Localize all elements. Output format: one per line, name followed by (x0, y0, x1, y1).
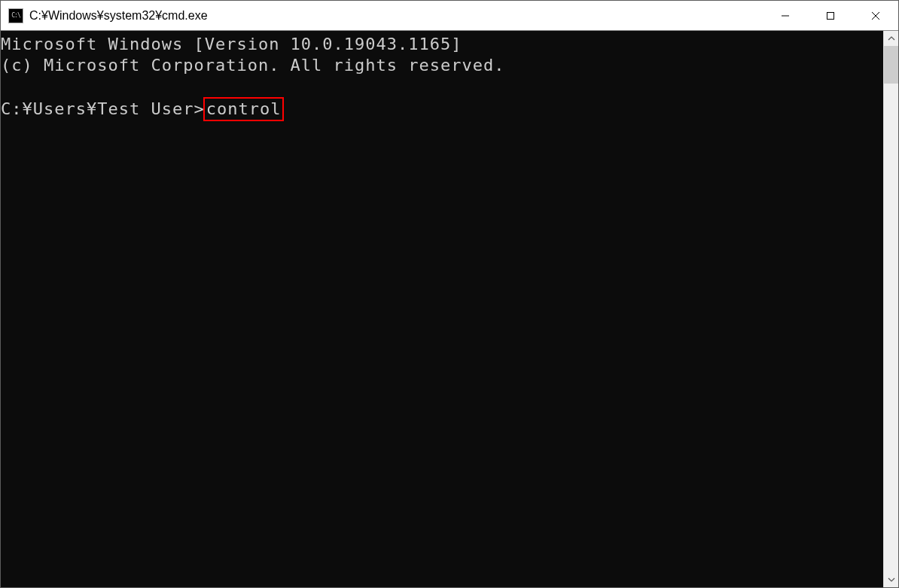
cmd-window: C:\ C:¥Windows¥system32¥cmd.exe Microsof… (0, 0, 899, 588)
svg-rect-1 (827, 12, 834, 19)
typed-command: control (206, 99, 282, 118)
copyright-line: (c) Microsoft Corporation. All rights re… (1, 56, 505, 75)
scroll-track[interactable] (884, 46, 898, 572)
window-controls (763, 1, 898, 30)
maximize-icon (826, 11, 835, 20)
cmd-icon: C:\ (8, 8, 23, 23)
vertical-scrollbar[interactable] (883, 31, 898, 587)
close-icon (871, 11, 880, 20)
close-button[interactable] (853, 1, 898, 30)
window-title: C:¥Windows¥system32¥cmd.exe (29, 9, 763, 23)
minimize-icon (781, 11, 790, 20)
minimize-button[interactable] (763, 1, 808, 30)
chevron-up-icon (888, 35, 895, 42)
command-highlight: control (203, 97, 285, 121)
prompt-text: C:¥Users¥Test User> (1, 99, 205, 118)
scroll-thumb[interactable] (884, 46, 898, 84)
client-area: Microsoft Windows [Version 10.0.19043.11… (1, 31, 898, 587)
maximize-button[interactable] (808, 1, 853, 30)
scroll-up-arrow-icon[interactable] (884, 31, 898, 46)
terminal-output[interactable]: Microsoft Windows [Version 10.0.19043.11… (1, 31, 883, 587)
scroll-down-arrow-icon[interactable] (884, 572, 898, 587)
chevron-down-icon (888, 576, 895, 583)
titlebar[interactable]: C:\ C:¥Windows¥system32¥cmd.exe (1, 1, 898, 31)
version-line: Microsoft Windows [Version 10.0.19043.11… (1, 35, 462, 53)
